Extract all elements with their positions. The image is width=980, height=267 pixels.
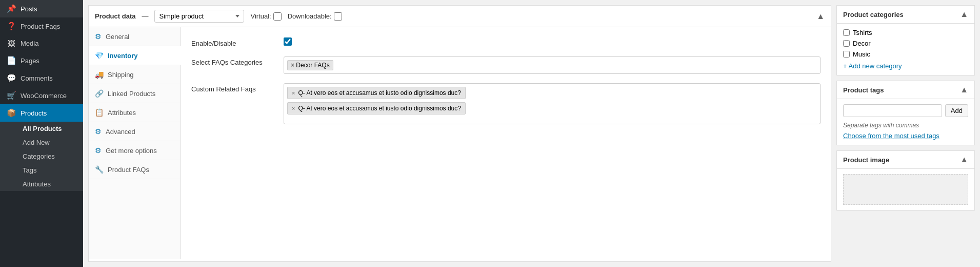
submenu-attributes[interactable]: Attributes [0,177,83,191]
sidebar-item-label: Product Faqs [21,23,60,30]
tab-get-more-options[interactable]: ⚙ Get more options [89,141,181,160]
tags-hint: Separate tags with commas [843,122,919,129]
downloadable-checkbox[interactable] [334,12,342,21]
sidebar-item-product-faqs[interactable]: ❓ Product Faqs [0,17,83,35]
tags-input-wrap: Add [843,104,968,117]
enable-disable-row: Enable/Disable [191,37,821,47]
linked-products-tab-icon: 🔗 [95,89,104,98]
product-image-placeholder [843,174,968,205]
tags-panel: Product tags ▲ Add Separate tags with co… [836,81,975,145]
image-collapse-button[interactable]: ▲ [960,155,968,164]
enable-disable-field [284,37,821,47]
general-tab-icon: ⚙ [95,32,102,41]
tab-inventory-label: Inventory [108,52,138,60]
sidebar-item-media[interactable]: 🖼 Media [0,35,83,52]
custom-faq-remove-2[interactable]: × [292,105,295,111]
sidebar-item-pages[interactable]: 📄 Pages [0,52,83,69]
custom-related-faqs-row: Custom Related Faqs × Q- At vero eos et … [191,83,821,124]
sidebar-item-posts[interactable]: 📌 Posts [0,0,83,17]
tab-attributes[interactable]: 📋 Attributes [89,103,181,122]
tab-advanced[interactable]: ⚙ Advanced [89,122,181,141]
tab-linked-products[interactable]: 🔗 Linked Products [89,84,181,103]
tab-shipping-label: Shipping [108,71,134,79]
panel-tabs: ⚙ General 💎 Inventory 🚚 Shipping 🔗 Linke… [89,27,181,259]
submenu-tags[interactable]: Tags [0,163,83,177]
products-submenu: All Products Add New Categories Tags Att… [0,122,83,191]
custom-faq-tag-2[interactable]: × Q- At vero eos et accusamus et iusto o… [287,102,466,115]
main-content: Product data — Simple product Variable p… [83,0,980,267]
panel-header: Product data — Simple product Variable p… [89,6,831,27]
category-label-decor: Decor [853,40,871,47]
downloadable-label: Downloadable: [288,12,342,21]
sidebar-item-woocommerce[interactable]: 🛒 WooCommerce [0,87,83,104]
tab-general-label: General [106,33,129,41]
category-checkbox-decor[interactable] [843,40,850,47]
virtual-label: Virtual: [250,12,281,21]
add-new-category-link[interactable]: + Add new category [843,62,968,70]
sidebar-item-label: WooCommerce [21,92,67,100]
category-checkbox-tshirts[interactable] [843,29,850,36]
choose-tags-link[interactable]: Choose from the most used tags [843,132,968,140]
panel-collapse-button[interactable]: ▲ [816,12,825,21]
add-tag-button[interactable]: Add [945,104,968,117]
tags-panel-header: Product tags ▲ [837,81,974,99]
product-faqs-icon: ❓ [6,22,16,31]
category-checkbox-music[interactable] [843,51,850,58]
faqs-category-tag[interactable]: × Decor FAQs [287,60,333,70]
panel-content: Enable/Disable Select FAQs Categories × … [181,27,831,259]
faqs-categories-field: × Decor FAQs [284,56,821,74]
categories-collapse-button[interactable]: ▲ [960,10,968,19]
sidebar: 📌 Posts ❓ Product Faqs 🖼 Media 📄 Pages 💬… [0,0,83,267]
sidebar-item-comments[interactable]: 💬 Comments [0,69,83,87]
custom-faq-remove-1[interactable]: × [292,90,295,96]
submenu-all-products[interactable]: All Products [0,122,83,136]
tab-general[interactable]: ⚙ General [89,27,181,46]
tab-linked-products-label: Linked Products [108,90,155,98]
media-icon: 🖼 [6,39,16,48]
comments-icon: 💬 [6,73,16,83]
sidebar-item-products[interactable]: 📦 Products [0,104,83,122]
tab-inventory[interactable]: 💎 Inventory [89,46,181,65]
sidebar-item-label: Media [21,40,38,47]
sidebar-item-label: Pages [21,57,39,65]
attributes-tab-icon: 📋 [95,108,104,117]
tab-get-more-options-label: Get more options [106,147,157,155]
submenu-categories[interactable]: Categories [0,149,83,163]
virtual-checkbox[interactable] [273,12,282,21]
enable-disable-checkbox[interactable] [284,37,292,46]
custom-faq-label-1: Q- At vero eos et accusamus et iusto odi… [298,89,461,97]
custom-faqs-wrap[interactable]: × Q- At vero eos et accusamus et iusto o… [284,83,821,124]
custom-faq-tag-1[interactable]: × Q- At vero eos et accusamus et iusto o… [287,87,466,99]
categories-panel-header: Product categories ▲ [837,6,974,24]
tags-collapse-button[interactable]: ▲ [960,85,968,94]
categories-panel: Product categories ▲ Tshirts Decor Music… [836,5,975,75]
tab-advanced-label: Advanced [106,128,135,136]
sidebar-item-label: Posts [21,5,37,13]
sidebar-item-label: Comments [21,74,53,82]
tab-product-faqs[interactable]: 🔧 Product FAQs [89,160,181,179]
category-label-tshirts: Tshirts [853,29,872,36]
product-data-panel: Product data — Simple product Variable p… [88,5,831,262]
sidebar-item-label: Products [21,109,47,117]
image-panel-title: Product image [843,156,889,164]
right-sidebar: Product categories ▲ Tshirts Decor Music… [836,5,975,262]
panel-body: ⚙ General 💎 Inventory 🚚 Shipping 🔗 Linke… [89,27,831,259]
enable-disable-label: Enable/Disable [191,37,273,47]
inventory-tab-icon: 💎 [95,51,104,60]
advanced-tab-icon: ⚙ [95,127,102,136]
tags-text-input[interactable] [843,104,942,117]
submenu-add-new[interactable]: Add New [0,136,83,149]
custom-faq-label-2: Q- At vero eos et accusamus et iusto odi… [298,105,461,112]
faqs-categories-select[interactable]: × Decor FAQs [284,56,821,74]
tab-shipping[interactable]: 🚚 Shipping [89,65,181,84]
faqs-categories-row: Select FAQs Categories × Decor FAQs [191,56,821,74]
category-item-decor: Decor [843,40,968,47]
category-label-music: Music [853,50,870,58]
image-panel: Product image ▲ [836,150,975,211]
get-more-options-icon: ⚙ [95,146,102,155]
product-type-select[interactable]: Simple product Variable product Grouped … [154,10,244,23]
tags-panel-body: Add Separate tags with commas Choose fro… [837,99,974,145]
woocommerce-icon: 🛒 [6,91,16,100]
product-faqs-tab-icon: 🔧 [95,165,104,174]
custom-related-faqs-label: Custom Related Faqs [191,83,273,93]
